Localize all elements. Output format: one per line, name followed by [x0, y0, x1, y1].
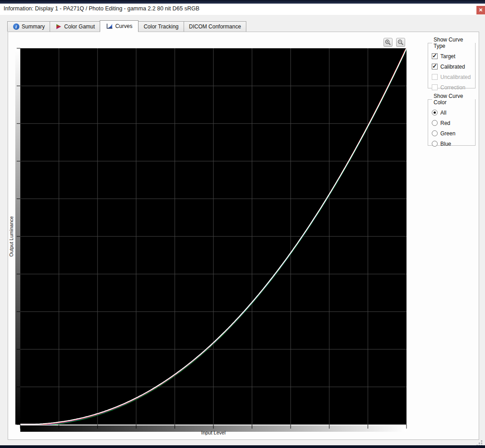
titlebar: Information: Display 1 - PA271Q / Photo … — [0, 4, 485, 15]
radio-red[interactable]: Red — [432, 118, 475, 128]
tab-dicom-conformance[interactable]: DICOM Conformance — [184, 21, 246, 32]
info-icon — [13, 23, 19, 30]
checkbox-label: Target — [440, 53, 455, 60]
tab-color-gamut[interactable]: Color Gamut — [50, 21, 100, 32]
gamut-triangle-icon — [55, 23, 62, 30]
gamma-curve-plot[interactable] — [14, 46, 411, 434]
checkbox-icon — [432, 53, 438, 59]
window-title: Information: Display 1 - PA271Q / Photo … — [4, 5, 199, 12]
close-icon: ✕ — [479, 7, 483, 13]
show-curve-type-group: Show Curve Type Target Calibrated Uncali… — [428, 37, 476, 88]
checkbox-target[interactable]: Target — [432, 51, 475, 61]
zoom-in-button[interactable] — [383, 38, 393, 47]
group-label: Show Curve Color — [432, 93, 475, 106]
y-axis-label: Output Luminance — [9, 48, 16, 425]
tab-summary[interactable]: Summary — [7, 21, 50, 32]
tab-label: Color Gamut — [64, 23, 95, 30]
checkbox-uncalibrated: Uncalibrated — [432, 72, 475, 82]
radio-icon — [432, 110, 438, 115]
checkbox-label: Correction — [440, 84, 465, 91]
checkbox-icon — [432, 84, 438, 90]
tab-label: Color Tracking — [143, 23, 178, 30]
checkbox-calibrated[interactable]: Calibrated — [432, 61, 475, 72]
x-axis-label: Input Level — [20, 430, 406, 435]
radio-label: Blue — [440, 141, 451, 147]
checkbox-correction: Correction — [432, 82, 475, 92]
radio-icon — [432, 141, 438, 147]
radio-label: All — [440, 110, 446, 116]
checkbox-icon — [432, 74, 438, 80]
radio-label: Green — [440, 130, 455, 137]
curves-tab-page: Output Luminance Input Level Show Curve … — [8, 32, 479, 440]
group-label: Show Curve Type — [432, 37, 475, 49]
tab-bar: Summary Color Gamut Curves Color Trackin… — [7, 20, 246, 32]
show-curve-color-group: Show Curve Color All Red Green Blue — [428, 93, 476, 146]
radio-label: Red — [440, 120, 450, 126]
radio-green[interactable]: Green — [432, 128, 475, 139]
tab-label: Summary — [22, 23, 45, 30]
close-button[interactable]: ✕ — [476, 6, 485, 14]
radio-all[interactable]: All — [432, 107, 475, 118]
radio-blue[interactable]: Blue — [432, 139, 475, 149]
tab-curves[interactable]: Curves — [100, 20, 139, 32]
zoom-out-button[interactable] — [396, 38, 405, 47]
window-bottom-strip — [0, 445, 485, 448]
window-top-strip — [0, 0, 485, 4]
checkbox-label: Uncalibrated — [440, 74, 471, 80]
checkbox-label: Calibrated — [440, 64, 465, 70]
zoom-out-icon — [397, 39, 404, 46]
radio-icon — [432, 130, 438, 136]
tab-label: DICOM Conformance — [189, 23, 241, 30]
curves-icon — [106, 23, 113, 30]
tab-label: Curves — [115, 23, 132, 29]
radio-icon — [432, 120, 438, 126]
zoom-in-icon — [385, 39, 391, 46]
tab-color-tracking[interactable]: Color Tracking — [138, 21, 184, 32]
checkbox-icon — [432, 64, 438, 69]
